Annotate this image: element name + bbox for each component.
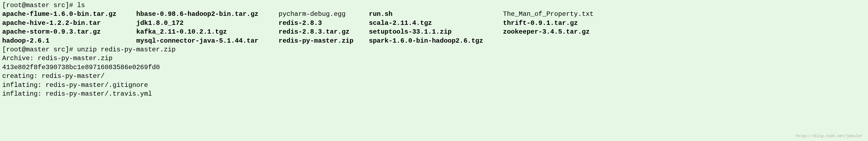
terminal-output: [root@master src]# ls apache-flume-1.6.0…: [2, 1, 866, 98]
file-entry: setuptools-33.1.1.zip: [369, 28, 503, 36]
file-entry: The_Man_of_Property.txt: [503, 10, 866, 19]
file-entry: zookeeper-3.4.5.tar.gz: [503, 28, 866, 36]
unzip-output-line: Archive: redis-py-master.zip: [2, 54, 866, 63]
file-entry: redis-py-master.zip: [279, 37, 369, 45]
file-entry: run.sh: [369, 10, 503, 19]
file-entry: pycharm-debug.egg: [279, 10, 369, 19]
unzip-output-line: 413e802f8fe390738bc1e89716083586e0269fd0: [2, 63, 866, 72]
file-entry: thrift-0.9.1.tar.gz: [503, 19, 866, 28]
file-entry: hadoop-2.6.1: [2, 37, 136, 45]
file-entry: apache-hive-1.2.2-bin.tar: [2, 19, 136, 28]
ls-listing: apache-flume-1.6.0-bin.tar.gz apache-hiv…: [2, 10, 866, 45]
watermark-text: https://blog.csdn.net/jmeslvr: [796, 134, 863, 139]
ls-col-3: pycharm-debug.egg redis-2.8.3 redis-2.8.…: [279, 10, 369, 45]
ls-col-1: apache-flume-1.6.0-bin.tar.gz apache-hiv…: [2, 10, 136, 45]
file-entry: jdk1.8.0_172: [136, 19, 279, 28]
file-entry: apache-storm-0.9.3.tar.gz: [2, 28, 136, 36]
file-entry: spark-1.6.0-bin-hadoop2.6.tgz: [369, 37, 503, 45]
file-entry: kafka_2.11-0.10.2.1.tgz: [136, 28, 279, 36]
ls-col-4: run.sh scala-2.11.4.tgz setuptools-33.1.…: [369, 10, 503, 45]
file-entry: hbase-0.98.6-hadoop2-bin.tar.gz: [136, 10, 279, 19]
file-entry: scala-2.11.4.tgz: [369, 19, 503, 28]
unzip-output-line: inflating: redis-py-master/.travis.yml: [2, 90, 866, 98]
unzip-output-line: inflating: redis-py-master/.gitignore: [2, 81, 866, 90]
prompt-line-2: [root@master src]# unzip redis-py-master…: [2, 45, 866, 54]
command-text: ls: [77, 2, 85, 9]
ls-col-5: The_Man_of_Property.txt thrift-0.9.1.tar…: [503, 10, 866, 45]
command-text: unzip redis-py-master.zip: [77, 46, 176, 53]
file-entry: redis-2.8.3.tar.gz: [279, 28, 369, 36]
unzip-output-line: creating: redis-py-master/: [2, 72, 866, 81]
prompt-prefix: [root@master src]#: [2, 46, 73, 53]
file-entry: mysql-connector-java-5.1.44.tar: [136, 37, 279, 45]
ls-col-2: hbase-0.98.6-hadoop2-bin.tar.gz jdk1.8.0…: [136, 10, 279, 45]
prompt-prefix: [root@master src]#: [2, 2, 73, 9]
prompt-line-1: [root@master src]# ls: [2, 1, 866, 10]
file-entry: redis-2.8.3: [279, 19, 369, 28]
file-entry: apache-flume-1.6.0-bin.tar.gz: [2, 10, 136, 19]
